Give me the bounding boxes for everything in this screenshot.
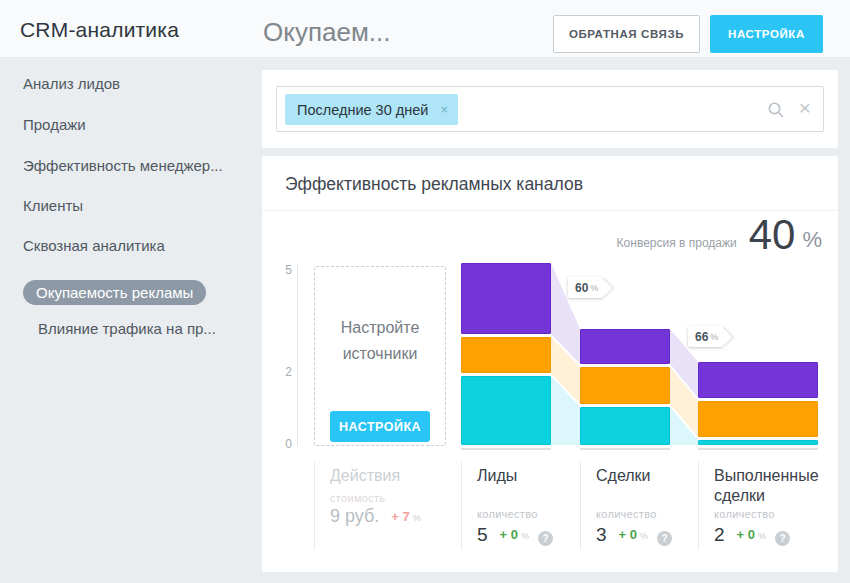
funnel-won-deals-purple-segment[interactable]: [698, 362, 818, 398]
filter-tag-label: Последние 30 дней: [297, 102, 428, 118]
funnel-deals-cyan-segment[interactable]: [580, 407, 670, 445]
sidebar-item-end-to-end-analytics[interactable]: Сквозная аналитика: [23, 237, 165, 254]
stat-actions: Действия стоимость 9 руб. + 7 %: [314, 462, 454, 554]
funnel-leads-orange-segment[interactable]: [461, 337, 551, 373]
conversion-label: Конверсия в продажи: [617, 236, 737, 250]
report-panel: Эффективность рекламных каналов Конверси…: [262, 156, 838, 572]
sidebar-title: CRM-аналитика: [20, 18, 179, 42]
badge-unit: %: [710, 332, 718, 342]
setup-sources-message: Настройте источники: [315, 315, 445, 366]
stat-won-deals-name: Выполненные сделки: [714, 466, 823, 506]
stat-actions-name: Действия: [330, 466, 454, 486]
stat-leads-delta-unit: %: [521, 531, 529, 541]
sidebar-item-ad-payback-selected[interactable]: Окупаемость рекламы: [23, 280, 206, 305]
stat-won-deals-delta: + 0: [737, 527, 755, 542]
stat-leads-name: Лиды: [477, 466, 571, 486]
stat-leads-value: 5: [477, 524, 488, 546]
stat-deals-value: 3: [596, 524, 607, 546]
stat-actions-metric-label: стоимость: [330, 492, 385, 504]
stat-won-deals: Выполненные сделки количество 2 + 0 % ?: [698, 462, 823, 554]
funnel-deals-orange-segment[interactable]: [580, 367, 670, 404]
filter-search-input[interactable]: Последние 30 дней × ×: [276, 86, 824, 132]
y-tick-0: 0: [270, 437, 292, 451]
page-title: Окупаем...: [263, 17, 390, 48]
stat-deals-name: Сделки: [596, 466, 690, 486]
clear-icon[interactable]: ×: [799, 96, 811, 120]
sidebar-item-sales[interactable]: Продажи: [23, 116, 86, 133]
tag-remove-icon[interactable]: ×: [440, 102, 448, 117]
stat-actions-delta-unit: %: [413, 513, 421, 523]
report-title: Эффективность рекламных каналов: [285, 174, 583, 195]
funnel-won-deals-cyan-segment[interactable]: [698, 440, 818, 445]
badge-value: 66: [695, 330, 708, 344]
funnel-leads-purple-segment[interactable]: [461, 263, 551, 334]
stat-won-deals-delta-unit: %: [758, 531, 766, 541]
y-tick-2: 2: [270, 365, 292, 379]
y-tick-5: 5: [270, 263, 292, 277]
conversion-value: 40: [749, 214, 796, 256]
settings-button[interactable]: НАСТРОЙКА: [710, 15, 823, 53]
stat-deals: Сделки количество 3 + 0 % ?: [580, 462, 690, 554]
search-icon[interactable]: [767, 101, 785, 123]
x-axis-tick-leads: [461, 448, 551, 450]
help-icon[interactable]: ?: [657, 531, 672, 546]
stat-won-deals-metric-label: количество: [714, 508, 775, 520]
badge-value: 60: [575, 281, 588, 295]
sidebar-item-traffic-influence[interactable]: Влияние трафика на пр...: [38, 320, 216, 337]
stat-actions-value: 9 руб.: [330, 506, 379, 527]
sidebar-item-lead-analysis[interactable]: Анализ лидов: [23, 75, 120, 92]
stat-leads-metric-label: количество: [477, 508, 538, 520]
setup-sources-button[interactable]: НАСТРОЙКА: [330, 411, 430, 442]
stat-deals-metric-label: количество: [596, 508, 657, 520]
conversion-summary: Конверсия в продажи 40 %: [617, 214, 822, 256]
filter-tag-last-30-days[interactable]: Последние 30 дней ×: [285, 94, 458, 125]
funnel-won-deals-orange-segment[interactable]: [698, 401, 818, 437]
funnel-leads-cyan-segment[interactable]: [461, 376, 551, 445]
conversion-badge-66: 66 %: [688, 326, 723, 347]
help-icon[interactable]: ?: [775, 531, 790, 546]
stat-actions-delta: + 7: [391, 509, 409, 524]
x-axis-tick-won-deals: [698, 448, 818, 450]
stat-deals-delta: + 0: [619, 527, 637, 542]
sidebar-item-clients[interactable]: Клиенты: [23, 197, 83, 214]
funnel-deals-purple-segment[interactable]: [580, 329, 670, 364]
stat-leads-delta: + 0: [500, 527, 518, 542]
feedback-button[interactable]: ОБРАТНАЯ СВЯЗЬ: [553, 15, 700, 53]
stat-won-deals-value: 2: [714, 524, 725, 546]
setup-sources-box: Настройте источники НАСТРОЙКА: [314, 266, 446, 446]
stat-deals-delta-unit: %: [640, 531, 648, 541]
x-axis-tick-deals: [580, 448, 670, 450]
badge-unit: %: [590, 283, 598, 293]
conversion-unit: %: [802, 227, 822, 253]
conversion-badge-60: 60 %: [568, 277, 603, 298]
y-axis-line: [297, 264, 298, 446]
help-icon[interactable]: ?: [538, 531, 553, 546]
filter-panel: Последние 30 дней × ×: [262, 70, 838, 148]
sidebar-item-manager-effectiveness[interactable]: Эффективность менеджер...: [23, 157, 223, 174]
stat-leads: Лиды количество 5 + 0 % ?: [461, 462, 571, 554]
